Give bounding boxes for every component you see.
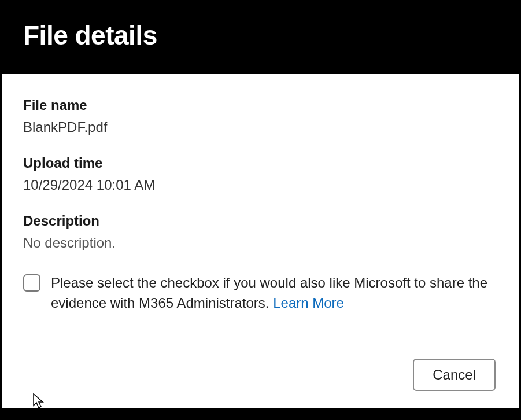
upload-time-label: Upload time — [23, 155, 498, 171]
cancel-button[interactable]: Cancel — [413, 359, 496, 391]
cursor-icon — [32, 393, 47, 410]
upload-time-field: Upload time 10/29/2024 10:01 AM — [23, 155, 498, 193]
dialog-content: File name BlankPDF.pdf Upload time 10/29… — [2, 74, 519, 408]
description-field: Description No description. — [23, 213, 498, 251]
dialog-title: File details — [23, 20, 498, 51]
file-name-field: File name BlankPDF.pdf — [23, 97, 498, 135]
description-value: No description. — [23, 235, 498, 251]
dialog-header: File details — [2, 2, 519, 74]
file-name-value: BlankPDF.pdf — [23, 119, 498, 135]
upload-time-value: 10/29/2024 10:01 AM — [23, 177, 498, 193]
file-name-label: File name — [23, 97, 498, 113]
description-label: Description — [23, 213, 498, 229]
share-evidence-text: Please select the checkbox if you would … — [51, 273, 498, 314]
share-evidence-label: Please select the checkbox if you would … — [51, 275, 487, 311]
learn-more-link[interactable]: Learn More — [273, 295, 344, 311]
share-evidence-row: Please select the checkbox if you would … — [23, 273, 498, 314]
dialog-frame: File details File name BlankPDF.pdf Uplo… — [0, 0, 521, 420]
button-row: Cancel — [413, 359, 496, 391]
share-evidence-checkbox[interactable] — [23, 274, 40, 292]
